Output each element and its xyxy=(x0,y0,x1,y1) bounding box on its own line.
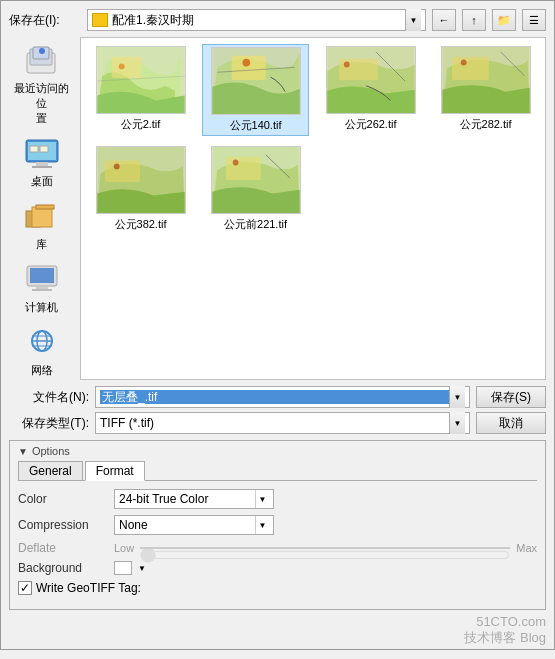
sidebar-item-library[interactable]: 库 xyxy=(22,197,62,254)
background-preview xyxy=(114,561,132,575)
filename-dropdown-arrow[interactable]: ▼ xyxy=(449,386,465,408)
svg-point-40 xyxy=(113,164,119,170)
deflate-label: Deflate xyxy=(18,541,108,555)
tab-general[interactable]: General xyxy=(18,461,83,480)
background-dropdown-arrow[interactable]: ▼ xyxy=(138,564,146,573)
computer-icon xyxy=(24,262,60,298)
view-button[interactable]: ☰ xyxy=(522,9,546,31)
geotiff-label: Write GeoTIFF Tag: xyxy=(36,581,141,595)
svg-rect-39 xyxy=(105,161,140,182)
collapse-icon[interactable]: ▼ xyxy=(18,446,28,457)
background-label: Background xyxy=(18,561,108,575)
cancel-button[interactable]: 取消 xyxy=(476,412,546,434)
color-value: 24-bit True Color xyxy=(119,492,255,506)
svg-rect-6 xyxy=(36,162,48,166)
sidebar-item-recent[interactable]: 最近访问的位置 xyxy=(9,41,74,128)
file-name: 公元262.tif xyxy=(345,117,397,132)
deflate-slider-row: Low Max xyxy=(114,542,537,554)
location-dropdown-arrow[interactable]: ▼ xyxy=(405,9,421,31)
watermark: 51CTO.com 技术博客 Blog xyxy=(1,614,554,649)
sidebar-item-computer[interactable]: 计算机 xyxy=(22,260,62,317)
deflate-row: Deflate Low Max xyxy=(18,541,537,555)
sidebar-item-computer-label: 计算机 xyxy=(25,300,58,315)
network-icon xyxy=(24,325,60,361)
options-section: ▼ Options General Format Color 24-bit Tr… xyxy=(9,440,546,610)
filetype-label: 保存类型(T): xyxy=(9,415,89,432)
deflate-slider xyxy=(140,547,510,563)
options-label: Options xyxy=(32,445,70,457)
file-name: 公元前221.tif xyxy=(224,217,287,232)
filetype-combo[interactable]: TIFF (*.tif) ▼ xyxy=(95,412,470,434)
form-area: 文件名(N): ▼ 保存(S) 保存类型(T): TIFF (*.tif) ▼ … xyxy=(9,386,546,434)
filename-combo[interactable]: ▼ xyxy=(95,386,470,408)
file-thumbnail xyxy=(326,46,416,114)
svg-rect-15 xyxy=(36,286,48,289)
filename-label: 文件名(N): xyxy=(9,389,89,406)
file-item[interactable]: 公元前221.tif xyxy=(202,144,309,234)
svg-rect-16 xyxy=(32,289,52,291)
deflate-low-label: Low xyxy=(114,542,134,554)
svg-rect-11 xyxy=(32,207,52,227)
file-item[interactable]: 公元2.tif xyxy=(87,44,194,136)
color-combo[interactable]: 24-bit True Color ▼ xyxy=(114,489,274,509)
file-thumbnail xyxy=(441,46,531,114)
save-button[interactable]: 保存(S) xyxy=(476,386,546,408)
svg-rect-23 xyxy=(111,57,140,78)
compression-combo[interactable]: None ▼ xyxy=(114,515,274,535)
file-grid: 公元2.tif 公 xyxy=(80,37,546,380)
sidebar: 最近访问的位置 桌面 xyxy=(9,37,74,380)
sidebar-item-desktop[interactable]: 桌面 xyxy=(22,134,62,191)
folder-icon xyxy=(92,13,108,27)
location-combo[interactable]: 配准1.秦汉时期 ▼ xyxy=(87,9,426,31)
file-thumbnail xyxy=(96,146,186,214)
svg-rect-42 xyxy=(225,157,260,180)
file-thumbnail xyxy=(211,47,301,115)
recent-icon xyxy=(24,43,60,79)
file-item[interactable]: 公元382.tif xyxy=(87,144,194,234)
sidebar-item-desktop-label: 桌面 xyxy=(31,174,53,189)
color-dropdown-arrow[interactable]: ▼ xyxy=(255,490,269,508)
svg-point-33 xyxy=(343,62,349,68)
color-row: Color 24-bit True Color ▼ xyxy=(18,489,537,509)
svg-rect-31 xyxy=(338,59,377,80)
library-icon xyxy=(24,199,60,235)
location-text: 配准1.秦汉时期 xyxy=(112,12,405,29)
cancel-button-group: 取消 xyxy=(476,412,546,434)
geotiff-checkbox[interactable]: ✓ xyxy=(18,581,32,595)
svg-point-37 xyxy=(460,60,466,66)
svg-point-29 xyxy=(242,59,250,67)
sidebar-item-recent-label: 最近访问的位置 xyxy=(11,81,72,126)
deflate-max-label: Max xyxy=(516,542,537,554)
watermark-line2: 技术博客 Blog xyxy=(464,630,546,645)
sidebar-item-network[interactable]: 网络 xyxy=(22,323,62,380)
file-item[interactable]: 公元282.tif xyxy=(432,44,539,136)
main-area: 最近访问的位置 桌面 xyxy=(9,37,546,380)
svg-point-43 xyxy=(232,160,238,166)
compression-dropdown-arrow[interactable]: ▼ xyxy=(255,516,269,534)
back-button[interactable]: ← xyxy=(432,9,456,31)
tabs-row: General Format xyxy=(18,461,537,481)
file-thumbnail xyxy=(211,146,301,214)
file-name: 公元2.tif xyxy=(121,117,161,132)
watermark-line1: 51CTO.com xyxy=(476,614,546,629)
svg-point-3 xyxy=(39,48,45,54)
svg-rect-14 xyxy=(30,268,54,283)
sidebar-item-network-label: 网络 xyxy=(31,363,53,378)
filetype-value: TIFF (*.tif) xyxy=(100,416,449,430)
filetype-dropdown-arrow[interactable]: ▼ xyxy=(449,412,465,434)
background-row: Background ▼ xyxy=(18,561,537,575)
compression-value: None xyxy=(119,518,255,532)
file-thumbnail xyxy=(96,46,186,114)
svg-rect-12 xyxy=(36,205,54,209)
file-item[interactable]: 公元140.tif xyxy=(202,44,309,136)
button-group: 保存(S) xyxy=(476,386,546,408)
deflate-slider-track xyxy=(140,547,510,549)
new-folder-button[interactable]: 📁 xyxy=(492,9,516,31)
file-item[interactable]: 公元262.tif xyxy=(317,44,424,136)
compression-row: Compression None ▼ xyxy=(18,515,537,535)
tab-format[interactable]: Format xyxy=(85,461,145,481)
filename-input[interactable] xyxy=(100,390,449,404)
file-name: 公元140.tif xyxy=(230,118,282,133)
up-button[interactable]: ↑ xyxy=(462,9,486,31)
file-name: 公元282.tif xyxy=(460,117,512,132)
